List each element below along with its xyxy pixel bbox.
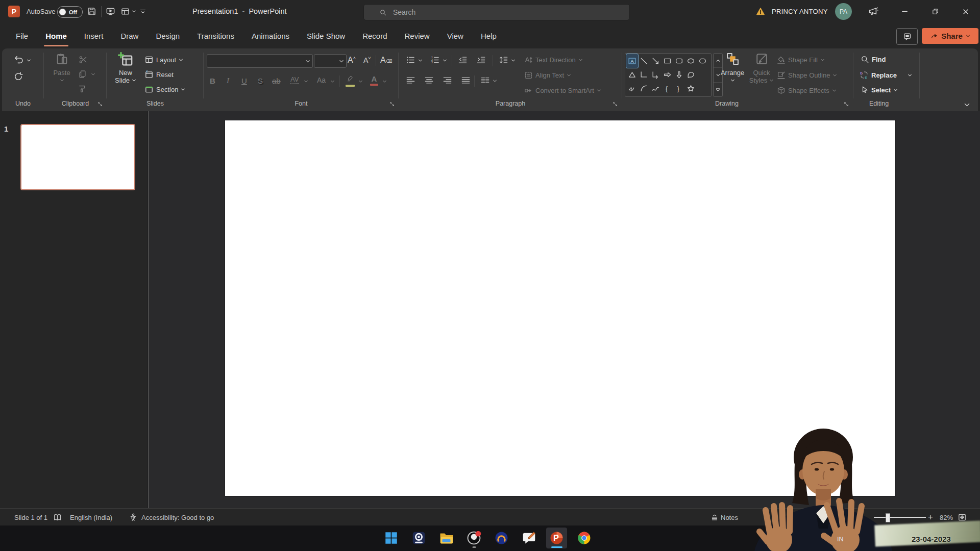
text-shadow-button[interactable]: S [258, 77, 263, 85]
numbering-chevron-icon[interactable] [443, 58, 447, 63]
tab-slide-show[interactable]: Slide Show [298, 23, 354, 48]
numbering-icon[interactable]: 123 [430, 55, 440, 65]
language-status[interactable]: English (India) [70, 509, 112, 526]
search-input[interactable] [392, 8, 608, 17]
character-spacing-button[interactable]: AV [290, 76, 299, 83]
slide-counter[interactable]: Slide 1 of 1 [14, 509, 47, 526]
align-right-icon[interactable] [443, 76, 452, 85]
font-dialog-launcher-icon[interactable] [389, 101, 395, 107]
restore-button[interactable] [922, 0, 948, 23]
font-name-combo[interactable] [207, 54, 313, 68]
copy-chevron-icon[interactable] [91, 72, 95, 77]
minimize-button[interactable] [892, 0, 917, 23]
underline-button[interactable]: U [241, 77, 247, 85]
line-shape[interactable] [638, 54, 650, 68]
brace-l-shape[interactable]: { [662, 82, 673, 95]
accessibility-icon[interactable] [129, 513, 138, 522]
text-direction-button[interactable]: Text Direction [524, 56, 583, 64]
taskbar-date[interactable]: 23-04-2023 [912, 535, 951, 543]
line-spacing-icon[interactable] [499, 55, 508, 65]
reset-button[interactable]: Reset [144, 70, 174, 79]
italic-button[interactable]: I [227, 77, 229, 85]
taskbar-file-explorer-icon[interactable] [436, 528, 457, 548]
character-spacing-chevron-icon[interactable] [304, 79, 308, 84]
star-shape[interactable] [685, 82, 697, 95]
rect-shape[interactable] [662, 54, 673, 68]
taskbar-windows-start-icon[interactable] [381, 528, 402, 548]
undo-icon[interactable] [13, 55, 24, 65]
tab-view[interactable]: View [438, 23, 472, 48]
change-case-button[interactable]: Aa [317, 76, 326, 84]
shape-outline-button[interactable]: Shape Outline [777, 71, 837, 80]
elbow-shape[interactable] [638, 68, 650, 82]
accessibility-status[interactable]: Accessibility: Good to go [141, 509, 214, 526]
start-slideshow-icon[interactable] [106, 7, 115, 16]
grow-font-button[interactable]: A˄ [348, 56, 356, 65]
justify-icon[interactable] [461, 76, 471, 85]
strikethrough-button[interactable]: ab [272, 77, 281, 85]
collapse-ribbon-icon[interactable] [964, 102, 970, 108]
align-center-icon[interactable] [424, 76, 434, 85]
columns-icon[interactable] [480, 76, 490, 85]
font-color-chevron-icon[interactable] [382, 79, 387, 84]
warning-icon[interactable] [756, 7, 765, 16]
tab-home[interactable]: Home [37, 23, 76, 48]
tab-animations[interactable]: Animations [243, 23, 298, 48]
curve-shape[interactable] [650, 82, 662, 95]
avatar[interactable]: PA [835, 3, 852, 20]
taskbar-annotation-app-icon[interactable] [519, 528, 540, 548]
save-icon[interactable] [87, 7, 96, 16]
tab-insert[interactable]: Insert [76, 23, 112, 48]
quick-styles-button[interactable]: Quick Styles [748, 52, 775, 84]
clear-formatting-button[interactable]: A⌫ [380, 56, 392, 65]
arrow-diag-shape[interactable] [650, 54, 662, 68]
triangle-shape[interactable] [626, 68, 638, 82]
font-size-combo[interactable] [314, 54, 347, 68]
bullets-chevron-icon[interactable] [418, 58, 423, 63]
tab-help[interactable]: Help [472, 23, 505, 48]
select-button[interactable]: Select [861, 86, 898, 94]
quick-access-options-icon[interactable] [139, 7, 147, 15]
redo-icon[interactable] [13, 71, 23, 82]
spell-check-icon[interactable] [53, 513, 62, 522]
arc-shape[interactable] [638, 82, 650, 95]
drawing-dialog-launcher-icon[interactable] [843, 101, 849, 107]
replace-button[interactable]: bc Replace [860, 70, 897, 80]
tab-transitions[interactable]: Transitions [188, 23, 243, 48]
change-case-chevron-icon[interactable] [330, 79, 335, 84]
undo-chevron-icon[interactable] [27, 58, 31, 63]
fit-to-window-icon[interactable] [958, 513, 967, 522]
shape-effects-button[interactable]: Shape Effects [777, 86, 837, 95]
highlight-chevron-icon[interactable] [358, 79, 363, 84]
arrange-button[interactable]: Arrange [718, 52, 747, 83]
slide-thumbnail[interactable] [20, 124, 135, 190]
round-rect-shape[interactable] [673, 54, 685, 68]
shape-fill-button[interactable]: Shape Fill [777, 56, 825, 64]
align-left-icon[interactable] [406, 76, 415, 85]
font-color-button[interactable]: A [370, 74, 378, 86]
copy-icon[interactable] [78, 69, 87, 79]
shrink-font-button[interactable]: A˅ [363, 56, 371, 64]
taskbar-audio-app-icon[interactable] [491, 528, 512, 548]
format-painter-icon[interactable] [78, 84, 87, 94]
layout-button[interactable]: Layout [144, 55, 183, 64]
taskbar-powerpoint-icon[interactable]: P [546, 528, 567, 548]
brace-r-shape[interactable]: } [673, 82, 685, 95]
chevron-down-icon[interactable] [132, 9, 136, 14]
clipboard-dialog-launcher-icon[interactable] [97, 101, 103, 107]
taskbar-camera-app-icon[interactable] [408, 528, 429, 548]
textbox-shape[interactable]: A [626, 54, 638, 68]
user-name[interactable]: PRINCY ANTONY [772, 0, 828, 23]
tab-record[interactable]: Record [354, 23, 396, 48]
freeform-shape[interactable] [685, 68, 697, 82]
panel-resize-handle[interactable] [148, 111, 149, 508]
search-box[interactable] [363, 4, 630, 20]
columns-chevron-icon[interactable] [493, 79, 497, 83]
decrease-indent-icon[interactable] [458, 55, 468, 65]
share-button[interactable]: Share [922, 28, 978, 44]
oval-shape[interactable] [685, 54, 697, 68]
gallery-more-icon[interactable] [714, 83, 722, 96]
quick-access-window-icon[interactable] [120, 7, 130, 16]
notes-button[interactable]: Notes [710, 509, 738, 526]
bold-button[interactable]: B [210, 77, 215, 85]
